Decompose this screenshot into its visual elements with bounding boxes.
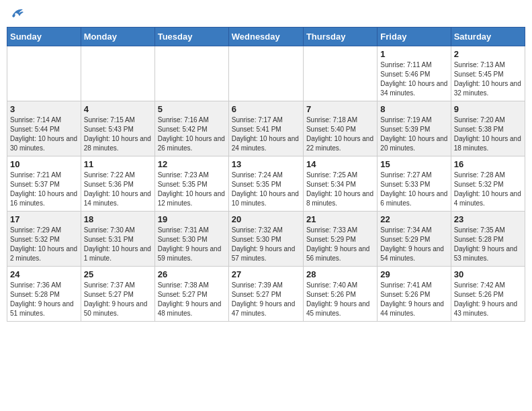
day-number: 16 (454, 159, 522, 169)
day-number: 8 (380, 104, 447, 114)
day-info: Sunrise: 7:20 AM Sunset: 5:38 PM Dayligh… (454, 116, 522, 153)
calendar-cell: 30Sunrise: 7:42 AM Sunset: 5:26 PM Dayli… (451, 267, 525, 322)
calendar-cell: 23Sunrise: 7:35 AM Sunset: 5:28 PM Dayli… (451, 212, 525, 267)
weekday-header-row: SundayMondayTuesdayWednesdayThursdayFrid… (7, 28, 525, 46)
day-info: Sunrise: 7:30 AM Sunset: 5:31 PM Dayligh… (84, 226, 152, 263)
day-info: Sunrise: 7:16 AM Sunset: 5:42 PM Dayligh… (158, 116, 226, 153)
day-info: Sunrise: 7:39 AM Sunset: 5:27 PM Dayligh… (232, 281, 300, 318)
day-info: Sunrise: 7:17 AM Sunset: 5:41 PM Dayligh… (232, 116, 300, 153)
calendar-cell: 15Sunrise: 7:27 AM Sunset: 5:33 PM Dayli… (378, 156, 451, 212)
weekday-header-thursday: Thursday (303, 28, 377, 46)
calendar-cell: 14Sunrise: 7:25 AM Sunset: 5:34 PM Dayli… (303, 156, 377, 212)
weekday-header-friday: Friday (378, 28, 451, 46)
calendar-cell: 4Sunrise: 7:15 AM Sunset: 5:43 PM Daylig… (81, 101, 154, 156)
calendar-cell: 22Sunrise: 7:34 AM Sunset: 5:29 PM Dayli… (378, 212, 451, 267)
calendar-cell: 5Sunrise: 7:16 AM Sunset: 5:42 PM Daylig… (154, 101, 228, 156)
calendar-cell: 24Sunrise: 7:36 AM Sunset: 5:28 PM Dayli… (7, 267, 81, 322)
day-number: 14 (306, 159, 374, 169)
calendar-week-2: 3Sunrise: 7:14 AM Sunset: 5:44 PM Daylig… (7, 101, 525, 156)
calendar-week-3: 10Sunrise: 7:21 AM Sunset: 5:37 PM Dayli… (7, 156, 525, 212)
day-info: Sunrise: 7:23 AM Sunset: 5:35 PM Dayligh… (158, 171, 226, 208)
day-number: 30 (454, 269, 522, 279)
day-number: 23 (454, 214, 522, 224)
day-info: Sunrise: 7:33 AM Sunset: 5:29 PM Dayligh… (306, 226, 374, 263)
calendar-cell (81, 46, 154, 101)
day-number: 3 (10, 104, 78, 114)
day-info: Sunrise: 7:14 AM Sunset: 5:44 PM Dayligh… (10, 116, 78, 153)
day-number: 10 (10, 159, 78, 169)
day-info: Sunrise: 7:42 AM Sunset: 5:26 PM Dayligh… (454, 281, 522, 318)
day-number: 22 (380, 214, 447, 224)
calendar-cell: 16Sunrise: 7:28 AM Sunset: 5:32 PM Dayli… (451, 156, 525, 212)
calendar-cell: 10Sunrise: 7:21 AM Sunset: 5:37 PM Dayli… (7, 156, 81, 212)
calendar-cell (7, 46, 81, 101)
calendar-cell: 13Sunrise: 7:24 AM Sunset: 5:35 PM Dayli… (228, 156, 303, 212)
calendar-cell: 11Sunrise: 7:22 AM Sunset: 5:36 PM Dayli… (81, 156, 154, 212)
day-info: Sunrise: 7:18 AM Sunset: 5:40 PM Dayligh… (306, 116, 374, 153)
day-number: 2 (454, 49, 522, 59)
day-number: 17 (10, 214, 78, 224)
day-number: 28 (306, 269, 374, 279)
calendar-cell: 3Sunrise: 7:14 AM Sunset: 5:44 PM Daylig… (7, 101, 81, 156)
calendar-week-4: 17Sunrise: 7:29 AM Sunset: 5:32 PM Dayli… (7, 212, 525, 267)
calendar-cell: 2Sunrise: 7:13 AM Sunset: 5:45 PM Daylig… (451, 46, 525, 101)
calendar-cell: 1Sunrise: 7:11 AM Sunset: 5:46 PM Daylig… (378, 46, 451, 101)
day-info: Sunrise: 7:25 AM Sunset: 5:34 PM Dayligh… (306, 171, 374, 208)
calendar-cell: 27Sunrise: 7:39 AM Sunset: 5:27 PM Dayli… (228, 267, 303, 322)
logo (9, 7, 24, 21)
calendar-week-5: 24Sunrise: 7:36 AM Sunset: 5:28 PM Dayli… (7, 267, 525, 322)
calendar-cell (154, 46, 228, 101)
day-info: Sunrise: 7:31 AM Sunset: 5:30 PM Dayligh… (158, 226, 226, 263)
calendar-week-1: 1Sunrise: 7:11 AM Sunset: 5:46 PM Daylig… (7, 46, 525, 101)
day-info: Sunrise: 7:38 AM Sunset: 5:27 PM Dayligh… (158, 281, 226, 318)
day-number: 19 (158, 214, 226, 224)
day-number: 9 (454, 104, 522, 114)
calendar-cell: 29Sunrise: 7:41 AM Sunset: 5:26 PM Dayli… (378, 267, 451, 322)
calendar-cell: 21Sunrise: 7:33 AM Sunset: 5:29 PM Dayli… (303, 212, 377, 267)
day-info: Sunrise: 7:24 AM Sunset: 5:35 PM Dayligh… (232, 171, 300, 208)
weekday-header-monday: Monday (81, 28, 154, 46)
day-number: 1 (380, 49, 447, 59)
day-number: 12 (158, 159, 226, 169)
day-info: Sunrise: 7:27 AM Sunset: 5:33 PM Dayligh… (380, 171, 447, 208)
day-info: Sunrise: 7:34 AM Sunset: 5:29 PM Dayligh… (380, 226, 447, 263)
logo-bird-icon (11, 7, 24, 19)
day-number: 29 (380, 269, 447, 279)
day-number: 11 (84, 159, 152, 169)
day-number: 20 (232, 214, 300, 224)
calendar-cell: 20Sunrise: 7:32 AM Sunset: 5:30 PM Dayli… (228, 212, 303, 267)
calendar-cell: 19Sunrise: 7:31 AM Sunset: 5:30 PM Dayli… (154, 212, 228, 267)
calendar-cell: 7Sunrise: 7:18 AM Sunset: 5:40 PM Daylig… (303, 101, 377, 156)
day-number: 15 (380, 159, 447, 169)
day-number: 6 (232, 104, 300, 114)
day-number: 24 (10, 269, 78, 279)
day-info: Sunrise: 7:28 AM Sunset: 5:32 PM Dayligh… (454, 171, 522, 208)
weekday-header-tuesday: Tuesday (154, 28, 228, 46)
day-info: Sunrise: 7:35 AM Sunset: 5:28 PM Dayligh… (454, 226, 522, 263)
calendar-cell: 28Sunrise: 7:40 AM Sunset: 5:26 PM Dayli… (303, 267, 377, 322)
calendar-cell: 8Sunrise: 7:19 AM Sunset: 5:39 PM Daylig… (378, 101, 451, 156)
calendar-table: SundayMondayTuesdayWednesdayThursdayFrid… (7, 27, 525, 322)
day-info: Sunrise: 7:40 AM Sunset: 5:26 PM Dayligh… (306, 281, 374, 318)
calendar-cell: 26Sunrise: 7:38 AM Sunset: 5:27 PM Dayli… (154, 267, 228, 322)
calendar-cell: 9Sunrise: 7:20 AM Sunset: 5:38 PM Daylig… (451, 101, 525, 156)
day-info: Sunrise: 7:32 AM Sunset: 5:30 PM Dayligh… (232, 226, 300, 263)
page-header (7, 7, 525, 21)
day-info: Sunrise: 7:22 AM Sunset: 5:36 PM Dayligh… (84, 171, 152, 208)
day-number: 5 (158, 104, 226, 114)
day-info: Sunrise: 7:37 AM Sunset: 5:27 PM Dayligh… (84, 281, 152, 318)
weekday-header-wednesday: Wednesday (228, 28, 303, 46)
day-number: 4 (84, 104, 152, 114)
calendar-cell: 12Sunrise: 7:23 AM Sunset: 5:35 PM Dayli… (154, 156, 228, 212)
calendar-cell (228, 46, 303, 101)
day-number: 25 (84, 269, 152, 279)
day-number: 26 (158, 269, 226, 279)
day-number: 21 (306, 214, 374, 224)
weekday-header-sunday: Sunday (7, 28, 81, 46)
calendar-cell: 6Sunrise: 7:17 AM Sunset: 5:41 PM Daylig… (228, 101, 303, 156)
day-info: Sunrise: 7:19 AM Sunset: 5:39 PM Dayligh… (380, 116, 447, 153)
day-info: Sunrise: 7:11 AM Sunset: 5:46 PM Dayligh… (380, 60, 447, 98)
day-number: 27 (232, 269, 300, 279)
day-info: Sunrise: 7:15 AM Sunset: 5:43 PM Dayligh… (84, 116, 152, 153)
day-info: Sunrise: 7:36 AM Sunset: 5:28 PM Dayligh… (10, 281, 78, 318)
